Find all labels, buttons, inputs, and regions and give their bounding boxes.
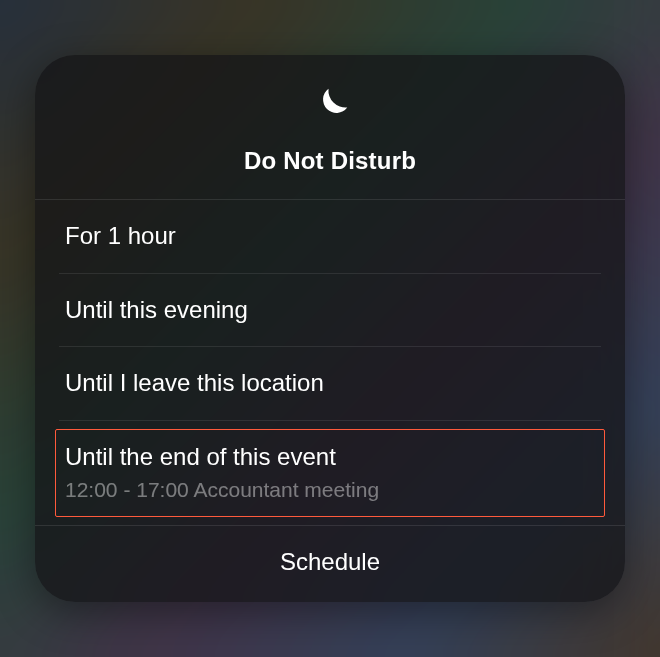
option-until-leave-location[interactable]: Until I leave this location xyxy=(59,347,601,421)
panel-title: Do Not Disturb xyxy=(244,147,416,175)
panel-header: Do Not Disturb xyxy=(35,55,625,200)
schedule-label: Schedule xyxy=(35,548,625,576)
option-subtitle: 12:00 - 17:00 Accountant meeting xyxy=(65,476,595,503)
moon-icon xyxy=(307,83,353,133)
option-until-this-evening[interactable]: Until this evening xyxy=(59,274,601,348)
option-label: Until this evening xyxy=(65,296,595,325)
option-list: For 1 hour Until this evening Until I le… xyxy=(35,200,625,525)
dnd-context-menu: Do Not Disturb For 1 hour Until this eve… xyxy=(35,55,625,602)
option-until-end-of-event[interactable]: Until the end of this event 12:00 - 17:0… xyxy=(59,421,601,525)
schedule-button[interactable]: Schedule xyxy=(35,525,625,602)
option-label: Until I leave this location xyxy=(65,369,595,398)
option-for-1-hour[interactable]: For 1 hour xyxy=(59,200,601,274)
option-label: For 1 hour xyxy=(65,222,595,251)
option-label: Until the end of this event xyxy=(65,443,595,472)
